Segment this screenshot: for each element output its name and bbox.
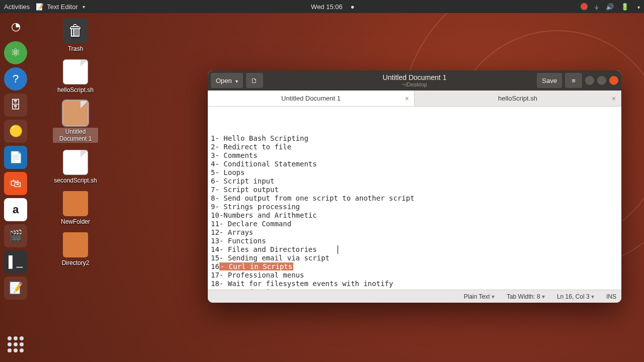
language-selector[interactable]: Plain Text (464, 293, 495, 300)
editor-line: 10-Numbers and Arithmetic (211, 211, 618, 220)
desktop-icon-label: Directory2 (62, 259, 90, 266)
status-bar: Plain Text Tab Width: 8 Ln 16, Col 3 INS (208, 290, 621, 303)
dock-amazon-icon[interactable]: a (4, 198, 27, 221)
tab-helloscript[interactable]: helloScript.sh × (415, 90, 621, 106)
editor-line: 18- Wait for filesystem events with inot… (211, 280, 618, 288)
desktop-folder-directory2[interactable]: Directory2 (53, 232, 98, 266)
desktop-folder-newfolder[interactable]: NewFolder (53, 191, 98, 225)
new-document-icon: 🗋 (251, 77, 258, 84)
window-subtitle-text: ~/Desktop (383, 81, 447, 88)
dock-gnome-logo[interactable]: ◔ (4, 15, 27, 38)
tab-close-icon[interactable]: × (612, 95, 616, 103)
clock[interactable]: Wed 15:06 (311, 3, 343, 11)
window-titlebar[interactable]: Open 🗋 Untitled Document 1 ~/Desktop Sav… (208, 70, 621, 90)
open-button-label: Open (216, 77, 232, 84)
dock-help-icon[interactable]: ? (4, 67, 27, 90)
launcher-dock: ◔ ⚛ ? 🗄 🟡 📄 🛍 a 🎬 ▌_ 📝 (2, 13, 29, 362)
hamburger-icon: ≡ (572, 77, 576, 84)
network-icon[interactable]: ⏚ (595, 3, 599, 11)
editor-line: 5- Loops (211, 168, 618, 177)
text-cursor (338, 245, 338, 254)
editor-line: 6- Script input (211, 177, 618, 186)
file-icon (63, 101, 88, 126)
file-icon (63, 150, 88, 175)
volume-icon[interactable]: 🔊 (606, 3, 614, 11)
window-close-button[interactable] (609, 76, 618, 85)
window-maximize-button[interactable] (597, 76, 606, 85)
dock-text-editor-icon[interactable]: 📝 (4, 277, 27, 300)
editor-line: 7- Script output (211, 186, 618, 194)
dock-video-icon[interactable]: 🎬 (4, 224, 27, 247)
desktop-icon-label: Trash (68, 45, 83, 52)
trash-glyph-icon: 🗑 (63, 18, 88, 43)
dock-terminal-icon[interactable]: ▌_ (4, 250, 27, 274)
desktop-icon-label: NewFolder (61, 218, 90, 225)
dock-files-icon[interactable]: 🗄 (4, 94, 27, 117)
tab-untitled[interactable]: Untitled Document 1 × (208, 90, 415, 106)
chevron-down-icon[interactable] (636, 3, 640, 11)
editor-line: 3- Comments (211, 151, 618, 160)
editor-tabs: Untitled Document 1 × helloScript.sh × (208, 90, 621, 107)
desktop-file-secondscript[interactable]: secondScript.sh (53, 150, 98, 184)
save-button[interactable]: Save (537, 73, 562, 88)
window-title-text: Untitled Document 1 (383, 73, 447, 81)
window-minimize-button[interactable] (585, 76, 594, 85)
desktop-file-untitled[interactable]: Untitled Document 1 (53, 101, 98, 143)
editor-textarea[interactable]: 1- Hello Bash Scripting2- Redirect to fi… (208, 107, 621, 290)
text-editor-icon: 📝 (36, 3, 44, 11)
system-tray: ⏚ 🔊 🔋 (581, 3, 640, 11)
editor-line: 17- Professional menus (211, 271, 618, 280)
dock-atom-icon[interactable]: ⚛ (4, 41, 27, 64)
editor-line: 4- Conditional Statements (211, 160, 618, 168)
desktop-icons: 🗑 Trash helloScript.sh Untitled Document… (40, 18, 111, 266)
insert-mode-indicator[interactable]: INS (606, 293, 616, 300)
folder-icon (63, 191, 88, 216)
editor-line: 15- Sending email via script (211, 254, 618, 262)
editor-line: 8- Send output from one script to anothe… (211, 194, 618, 203)
hamburger-menu-button[interactable]: ≡ (565, 73, 582, 88)
active-app-menu[interactable]: 📝 Text Editor (36, 3, 85, 11)
desktop-icon-label: secondScript.sh (54, 177, 97, 184)
trash-icon[interactable]: 🗑 Trash (53, 18, 98, 52)
desktop-icon-label: helloScript.sh (57, 86, 94, 94)
folder-icon (63, 232, 88, 257)
editor-line: 16- Curl in Scripts (211, 262, 618, 271)
tab-close-icon[interactable]: × (405, 95, 409, 103)
editor-line: 1- Hello Bash Scripting (211, 134, 618, 143)
text-selection: - Curl in Scripts (219, 262, 293, 270)
chevron-down-icon (81, 4, 85, 10)
file-icon (63, 59, 88, 84)
chevron-down-icon (234, 77, 238, 84)
desktop-file-helloscript[interactable]: helloScript.sh (53, 59, 98, 94)
desktop-icon-label: Untitled Document 1 (53, 128, 98, 143)
dock-writer-icon[interactable]: 📄 (4, 146, 27, 169)
cursor-position[interactable]: Ln 16, Col 3 (557, 293, 594, 300)
editor-line: 11- Declare Command (211, 220, 618, 228)
gnome-topbar: Activities 📝 Text Editor Wed 15:06 ● ⏚ 🔊… (0, 0, 644, 13)
active-app-label: Text Editor (47, 3, 77, 11)
battery-icon[interactable]: 🔋 (621, 3, 629, 11)
dock-software-icon[interactable]: 🛍 (4, 172, 27, 195)
tab-label: helloScript.sh (498, 95, 537, 102)
editor-line: 13- Functions (211, 237, 618, 245)
activities-button[interactable]: Activities (4, 3, 30, 11)
editor-line: 12- Arrays (211, 228, 618, 237)
editor-line: 14- Files and Directories (211, 245, 618, 254)
tab-label: Untitled Document 1 (281, 95, 341, 102)
text-editor-window: Open 🗋 Untitled Document 1 ~/Desktop Sav… (208, 70, 621, 303)
screen-record-icon[interactable] (581, 3, 588, 10)
editor-line: 9- Strings processing (211, 203, 618, 211)
editor-line: 19- Introduction to grep (211, 288, 618, 290)
editor-line: 2- Redirect to file (211, 143, 618, 151)
tab-width-selector[interactable]: Tab Width: 8 (507, 293, 545, 300)
show-applications-icon[interactable] (4, 333, 27, 356)
open-button[interactable]: Open (211, 73, 243, 88)
dock-disk-icon[interactable]: 🟡 (4, 120, 27, 143)
appointment-dot-icon: ● (351, 3, 355, 11)
window-title: Untitled Document 1 ~/Desktop (383, 73, 447, 88)
new-tab-button[interactable]: 🗋 (246, 73, 263, 88)
